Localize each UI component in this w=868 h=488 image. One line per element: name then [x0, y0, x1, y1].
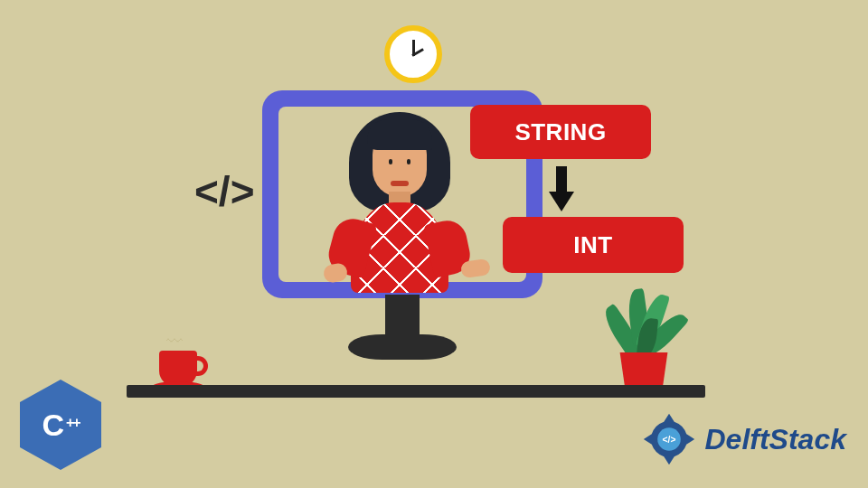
desk: [127, 385, 705, 398]
brand-name: DelftStack: [705, 423, 847, 456]
delftstack-mark-icon: </>: [640, 410, 698, 468]
brand-logo: </> DelftStack: [640, 410, 847, 468]
code-bracket-icon: </>: [194, 167, 255, 216]
label-string: STRING: [470, 105, 651, 159]
cpp-pluses: ++: [66, 415, 80, 431]
arrow-down-icon: [552, 166, 571, 213]
cpp-letter: C: [42, 408, 64, 443]
clock-icon: [384, 25, 442, 83]
svg-text:</>: </>: [662, 435, 675, 445]
plant-icon: [588, 253, 696, 389]
cpp-logo: C++: [20, 380, 101, 470]
